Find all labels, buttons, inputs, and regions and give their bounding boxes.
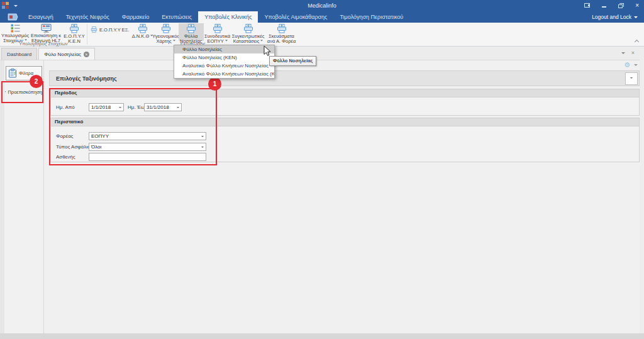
dropdown-arrow-icon <box>173 40 175 43</box>
printer-icon <box>186 24 196 33</box>
window-controls: × <box>584 0 639 11</box>
dnkth-button[interactable]: Δ.Ν.Κ.Θ <box>132 23 153 41</box>
printer-icon <box>91 26 97 33</box>
tab-ektyposeis[interactable]: Εκτυπώσεις <box>155 11 198 23</box>
window-bottom-border <box>0 333 644 339</box>
printer-icon <box>69 24 79 33</box>
dropdown-arrow-icon <box>150 35 153 38</box>
tab-timologisi-peristatikou[interactable]: Τιμολόγηση Περιστατικού <box>333 11 409 23</box>
doc-tab-dashboard[interactable]: Dashboard <box>1 48 37 60</box>
application-menu-button[interactable] <box>3 11 22 23</box>
ribbon: Υπολογισμός Στοιχείων Επισκόπηση κ Εξαγω… <box>0 23 644 47</box>
chevron-down-icon <box>630 77 633 80</box>
sorting-options-bar[interactable]: Επιλογές Ταξινόμησης <box>49 70 640 86</box>
ribbon-tab-row: Εισαγωγή Τεχνητός Νεφρός Φαρμακείο Εκτυπ… <box>0 11 644 23</box>
close-document-icon[interactable]: × <box>631 50 635 56</box>
tab-list-dropdown-icon[interactable] <box>621 52 625 56</box>
window-right-border <box>640 47 644 333</box>
menu-item-fyllo-nosileias[interactable]: Φύλλο Νοσηλείας <box>174 45 274 53</box>
fullscreen-icon[interactable] <box>584 3 591 9</box>
logout-label: Logout and Lock <box>592 14 631 20</box>
tab-texnitos-nefros[interactable]: Τεχνητός Νεφρός <box>60 11 116 23</box>
application-window: Medicalinfo × Εισαγωγή Τεχνητός Νεφρός Φ… <box>0 0 644 339</box>
tab-eisagogi[interactable]: Εισαγωγή <box>22 11 60 23</box>
annotation-badge-1: 1 <box>208 77 221 91</box>
minimize-icon[interactable] <box>601 3 608 9</box>
skeyasmata-ana-forea-button[interactable]: Σκευάσματα ανά Α. Φορέα <box>265 23 298 41</box>
tooltip: Φύλλο Νοσηλείας <box>269 56 316 66</box>
dropdown-arrow-icon <box>260 40 263 43</box>
list-icon <box>11 24 20 33</box>
window-title: Medicalinfo <box>0 0 644 11</box>
eopyy-ken-button[interactable]: Ε.Ο.Π.Υ.Υ Κ.Ε.Ν <box>62 23 86 41</box>
menu-item-analytiko-fyllo[interactable]: Αναλυτικό Φύλλο Κινήσεων Νοσηλείας <box>174 62 274 70</box>
close-icon[interactable]: × <box>635 3 639 9</box>
toolbar-dropdown-icon[interactable] <box>634 64 638 68</box>
menu-item-analytiko-fyllo-ken[interactable]: Αναλυτικό Φύλλο Κινήσεων Νοσηλείας (ΚΕΝ) <box>174 70 274 78</box>
logout-and-lock-button[interactable]: Logout and Lock <box>592 11 638 23</box>
printer-icon <box>277 24 287 33</box>
content-toolbar: ⚙ <box>49 60 640 70</box>
title-bar: Medicalinfo × <box>0 0 644 11</box>
document-tab-strip: Dashboard Φύλο Νοσηλείας × × <box>0 47 640 60</box>
menu-item-fyllo-nosileias-ken[interactable]: Φύλλο Νοσηλείας (ΚΕΝ) <box>174 53 274 62</box>
hl7-monitor-icon <box>41 24 52 33</box>
gear-icon[interactable]: ⚙ <box>624 62 630 69</box>
eopyy-ex-button[interactable]: Ε.Ο.Π.Υ.Υ ΕΞ. <box>89 25 131 34</box>
fylla-nosileias-dropdown-menu: Φύλλο Νοσηλείας Φύλλο Νοσηλείας (ΚΕΝ) Αν… <box>174 45 275 79</box>
expand-sorting-button[interactable] <box>625 72 638 85</box>
ygeionomikos-xartis-button[interactable]: Υγειονομικός Χάρτης <box>153 23 179 41</box>
chevron-down-icon <box>634 16 638 20</box>
ypologismos-stoixeion-button[interactable]: Υπολογισμός Στοιχείων <box>1 23 30 41</box>
printer-icon <box>161 24 171 33</box>
ribbon-group-ypologismos: Υπολογισμός Στοιχείων Επισκόπηση κ Εξαγω… <box>0 23 87 46</box>
printer-icon <box>138 24 148 33</box>
tab-ypovoles-aimokatharsis[interactable]: Υποβολές Αιμοκάθαρσης <box>258 11 333 23</box>
annotation-badge-2: 2 <box>30 75 43 88</box>
ribbon-group-ektyposeis: Ε.Ο.Π.Υ.Υ ΕΞ. Δ.Ν.Κ.Θ <box>87 23 299 46</box>
annotation-rect-filters-form <box>49 88 217 165</box>
fylla-nosileias-button[interactable]: Φύλλα Νοσηλείας <box>179 23 204 41</box>
clipboard-filter-icon <box>8 69 17 78</box>
collapse-ribbon-icon[interactable] <box>635 40 639 44</box>
printer-icon <box>213 24 223 33</box>
tab-ypovoles-klinikis[interactable]: Υποβολές Κλινικής <box>198 11 258 23</box>
episkopisi-exagogi-hl7-button[interactable]: Επισκόπηση κ Εξαγωγή HL7 <box>30 23 62 41</box>
dropdown-arrow-icon <box>25 40 27 42</box>
sorting-options-label: Επιλογές Ταξινόμησης <box>50 75 117 82</box>
restore-icon[interactable] <box>618 3 625 9</box>
close-tab-icon[interactable]: × <box>84 52 89 57</box>
mouse-cursor <box>264 45 271 57</box>
flag-icon <box>7 13 19 21</box>
sygkentrotikes-katastaseis-button[interactable]: Συγκεντρωτικές Καταστάσεις <box>231 23 265 41</box>
printer-icon <box>243 24 253 33</box>
dropdown-arrow-icon <box>225 40 228 43</box>
doc-tab-fylo-nosileias[interactable]: Φύλο Νοσηλείας × <box>38 48 95 60</box>
tab-farmakeio[interactable]: Φαρμακείο <box>116 11 155 23</box>
synodeytika-eopyy-button[interactable]: Συνοδευτικά ΕΟΠΥΥ <box>204 23 231 41</box>
